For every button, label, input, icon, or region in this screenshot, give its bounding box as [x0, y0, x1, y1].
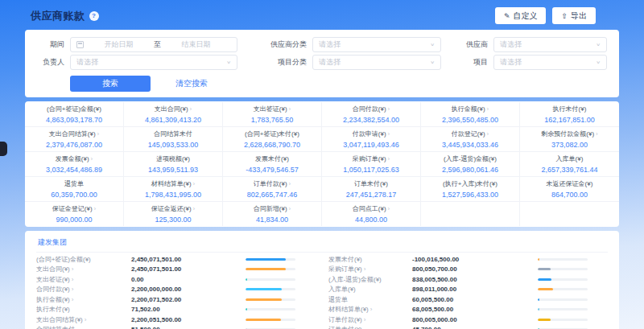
chevron-right-icon: ›	[72, 296, 74, 303]
project-category-label: 项目分类	[249, 57, 307, 68]
sidebar-collapse-handle[interactable]	[0, 142, 7, 156]
metric-label: 合同付款(¥)›	[324, 105, 419, 113]
metric-value: 864,700.00	[522, 191, 617, 199]
metric-value: 1,527,596,433.00	[423, 191, 518, 199]
account-row: 合同付款(¥)›2,200,000,000.00	[36, 285, 316, 295]
metric-cell[interactable]: 执行金额(¥)›2,396,550,485.00	[421, 102, 520, 127]
metric-label: 合同结算未付	[126, 130, 221, 138]
help-icon[interactable]: ?	[89, 11, 99, 21]
account-metric-label[interactable]: 支出签证(¥)›	[36, 275, 131, 284]
chevron-right-icon: ›	[193, 205, 196, 212]
metric-label: 进项税额(¥)	[126, 155, 221, 163]
metric-cell[interactable]: 材料结算单(¥)›1,798,431,995.00	[124, 177, 223, 202]
metric-label: 付款登记(¥)›	[423, 130, 518, 138]
metric-cell[interactable]: 合同新增(¥)›41,834.00	[223, 202, 322, 226]
account-metric-label[interactable]: 合同付款(¥)›	[36, 285, 131, 294]
date-range-input[interactable]: 开始日期 至 结束日期	[70, 37, 237, 52]
metric-value: 1,783,765.50	[225, 116, 320, 124]
clear-search-link[interactable]: 清空搜索	[175, 78, 208, 89]
chevron-down-icon: ∨	[596, 42, 601, 47]
metric-cell[interactable]: 支出合同(¥)›4,861,309,413.20	[124, 102, 223, 127]
metric-value: 125,300.00	[126, 216, 221, 224]
chevron-right-icon: ›	[91, 155, 93, 162]
metric-value: 802,665,747.46	[225, 191, 320, 199]
metric-value: 2,396,550,485.00	[423, 116, 518, 124]
export-button[interactable]: ⇧ 导出	[552, 7, 596, 24]
metric-value: 2,379,476,087.00	[27, 141, 122, 149]
metric-cell[interactable]: 采购订单(¥)›1,050,117,025.63	[322, 152, 421, 177]
metric-cell-empty	[520, 202, 619, 226]
metric-label: 支出合同(¥)›	[126, 105, 221, 113]
account-metric-label[interactable]: 采购订单(¥)›	[328, 265, 412, 273]
metric-label: 执行未付(¥)	[522, 105, 617, 113]
chevron-right-icon: ›	[388, 130, 390, 138]
account-metric-value: 45,700.00	[412, 326, 441, 329]
metric-label: 保证金返还(¥)›	[126, 205, 221, 213]
chevron-right-icon: ›	[364, 316, 366, 323]
export-icon: ⇧	[561, 12, 568, 20]
metric-cell[interactable]: 合同点工(¥)›44,800.00	[322, 202, 421, 226]
account-row: 订单付款(¥)›800,005,000.00	[328, 315, 608, 325]
metric-label: (入库-退货)金额(¥)	[423, 155, 518, 163]
metric-label: 退货单	[27, 180, 122, 188]
metric-cell: 发票未付(¥)-433,479,546.57	[223, 152, 322, 177]
metric-cell[interactable]: 订单付款(¥)›802,665,747.46	[223, 177, 322, 202]
chevron-down-icon: ∨	[226, 60, 231, 64]
account-metric-label[interactable]: 支出合同(¥)›	[36, 265, 131, 273]
account-metric-label[interactable]: 订单付款(¥)›	[328, 315, 412, 324]
account-metric-value: 60,005,500.00	[412, 296, 453, 303]
project-label: 项目	[452, 57, 488, 68]
metric-label: (合同+签证)未付(¥)	[225, 130, 320, 138]
customize-button[interactable]: ✎ 自定义	[495, 7, 547, 24]
account-metric-label: 发票未付(¥)	[328, 255, 412, 264]
metric-value: 2,234,382,554.00	[324, 116, 419, 124]
account-metric-value: 838,005,500.00	[412, 276, 457, 283]
account-metric-label[interactable]: 执行金额(¥)›	[36, 295, 131, 304]
account-metric-label[interactable]: 支出合同结算(¥)›	[36, 315, 131, 324]
supplier-select[interactable]: 请选择 ∨	[493, 37, 607, 52]
metric-value: 4,861,309,413.20	[126, 116, 221, 124]
metric-cell[interactable]: 保证金返还(¥)›125,300.00	[124, 202, 223, 226]
supplier-category-select[interactable]: 请选择 ∨	[312, 37, 441, 52]
search-button[interactable]: 搜索	[70, 76, 151, 92]
account-metric-value: 2,450,071,501.00	[131, 256, 181, 263]
metric-cell[interactable]: 支出合同结算(¥)›2,379,476,087.00	[25, 127, 124, 152]
metric-value: 2,628,668,790.70	[225, 141, 320, 149]
metric-cell-empty	[421, 202, 520, 226]
account-row: 支出合同(¥)›2,450,071,501.00	[36, 265, 316, 275]
page-header: 供应商账款 ? ✎ 自定义 ⇧ 导出	[0, 0, 644, 30]
metric-cell: 未返还保证金(¥)864,700.00	[520, 177, 619, 202]
metric-label: 支出签证(¥)›	[225, 105, 320, 113]
account-row: 退货单60,005,500.00	[328, 294, 608, 305]
project-category-select[interactable]: 请选择 ∨	[312, 55, 441, 70]
metric-cell[interactable]: 付款登记(¥)›3,445,934,033.46	[421, 127, 520, 152]
account-row: 材料结算单(¥)›68,005,500.00	[328, 305, 608, 315]
end-date-placeholder: 结束日期	[182, 39, 211, 50]
metric-value: 1,798,431,995.00	[126, 191, 221, 199]
metric-cell[interactable]: 剩余预付款金额(¥)›373,082.00	[520, 127, 619, 152]
metric-cell: (入库-退货)金额(¥)2,596,980,061.46	[421, 152, 520, 177]
account-row: 合同结算未付51,500.00	[36, 325, 316, 329]
account-metric-bar	[246, 298, 295, 301]
metric-cell[interactable]: 合同付款(¥)›2,234,382,554.00	[322, 102, 421, 127]
metric-label: 订单未付(¥)	[324, 180, 419, 188]
metric-value: 44,800.00	[324, 216, 419, 224]
account-metric-value: -100,016,500.00	[412, 256, 459, 263]
supplier-name-link[interactable]: 建发集团	[36, 235, 608, 253]
metric-cell: 订单未付(¥)247,451,278.17	[322, 177, 421, 202]
metric-cell: 进项税额(¥)143,959,511.93	[124, 152, 223, 177]
metric-cell[interactable]: 付款申请(¥)›3,047,119,493.46	[322, 127, 421, 152]
account-metric-bar	[538, 298, 588, 301]
owner-select[interactable]: 请选择 ∨	[70, 55, 237, 70]
account-metric-label[interactable]: 材料结算单(¥)›	[328, 305, 412, 314]
metric-cell[interactable]: 保证金登记(¥)›990,000.00	[25, 202, 124, 226]
metric-label: 合同新增(¥)›	[225, 205, 320, 213]
metric-cell[interactable]: 支出签证(¥)›1,783,765.50	[223, 102, 322, 127]
chevron-right-icon: ›	[289, 180, 291, 187]
project-select[interactable]: 请选择 ∨	[493, 55, 607, 70]
metric-value: -433,479,546.57	[225, 166, 320, 174]
metric-value: 162,167,851.00	[522, 116, 617, 124]
chevron-down-icon: ∨	[596, 60, 601, 64]
account-metric-label: 订单未付(¥)	[328, 325, 412, 329]
metric-cell[interactable]: 发票金额(¥)›3,032,454,486.89	[25, 152, 124, 177]
